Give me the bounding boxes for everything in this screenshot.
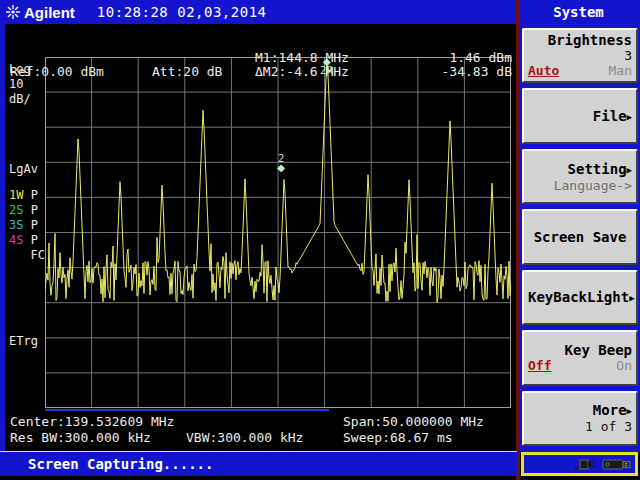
softkey-menu: Brightness 3 Auto Man File▶ Setting▶ Lan… [520,24,640,452]
res-bw-readout: Res BW:300.000 kHz [10,430,151,445]
softkey-screen-save[interactable]: Screen Save [522,209,638,264]
menu-title: System [553,4,604,20]
status-bar: Screen Capturing...... [0,451,517,476]
marker2-ampl-readout: -34.83 dB [375,64,512,79]
marker1-freq-readout: M1:144.8 MHz [255,50,349,65]
center-freq-readout: Center:139.532609 MHz [10,414,174,429]
trace3-label: 3S [9,218,23,232]
display-area: ◆ 2R2 ◆ M1:144.8 MHz 1.46 dBm Ref:0.00 d… [5,24,516,452]
trace4-mode [23,233,30,247]
softkey-brightness[interactable]: Brightness 3 Auto Man [522,28,638,83]
trace3-mode [23,218,30,232]
submenu-arrow-icon: ▶ [627,112,632,122]
power-plug-icon [573,457,599,472]
softkey-label: Brightness [528,32,632,48]
trace3-mode-letter: P [31,218,38,232]
toggle-on: On [616,358,632,374]
toggle-auto-selected: Auto [528,63,559,79]
scale-per-div-value: 10 [9,77,23,91]
key-beep-toggle: Off On [528,358,632,374]
datetime-label: 10:28:28 02,03,2014 [97,4,267,20]
attenuation-label: Att:20 dB [152,64,222,79]
softkey-label: Key Beep [528,342,632,358]
spectrum-plot [45,57,511,408]
trace3-status: 3S P [9,218,38,232]
brightness-toggle: Auto Man [528,63,632,79]
usb-drive-icon [602,457,632,472]
indicator-box [521,452,638,476]
sweep-progress-bar [45,409,329,411]
log-average-label: LgAv [9,162,38,176]
trace2-status: 2S P [9,203,38,217]
more-label: More [593,402,627,418]
toggle-off-selected: Off [528,358,551,374]
title-bar-left: Agilent 10:28:28 02,03,2014 [0,0,517,24]
softkey-key-beep[interactable]: Key Beep Off On [522,330,638,385]
softkey-label: Screen Save [528,229,632,245]
status-message: Screen Capturing...... [28,456,213,472]
sweep-time-readout: Sweep:68.67 ms [343,430,453,445]
setting-label: Setting [568,161,627,177]
softkey-label: File▶ [528,108,632,125]
free-run-coupling-label: FC [9,248,45,262]
softkey-label: Setting▶ [528,161,632,178]
analyzer-screen: Agilent 10:28:28 02,03,2014 System ◆ 2R2… [0,0,640,480]
trace1-label: 1W [9,188,23,202]
trace2-mode [23,203,30,217]
keybacklight-label: KeyBackLight [528,289,629,305]
video-bw-readout: VBW:300.000 kHz [186,430,303,445]
language-sublabel: Language-> [528,178,632,193]
trace1-mode [23,188,30,202]
trace4-label: 4S [9,233,23,247]
softkey-label: More▶ [528,402,632,419]
softkey-more[interactable]: More▶ 1 of 3 [522,391,638,446]
trace1-status: 1W P [9,188,38,202]
trace4-status: 4S P [9,233,38,247]
external-trigger-label: ETrg [9,334,38,348]
page-indicator: 1 of 3 [528,419,632,434]
title-bar: Agilent 10:28:28 02,03,2014 System [0,0,640,24]
toggle-man: Man [609,63,632,79]
submenu-arrow-icon: ▶ [627,406,632,416]
softkey-file[interactable]: File▶ [522,88,638,143]
file-label: File [593,108,627,124]
trace2-label: 2S [9,203,23,217]
marker-2-delta: 2 ◆ [277,154,285,172]
logo-text: Agilent [24,4,75,21]
softkey-setting[interactable]: Setting▶ Language-> [522,149,638,204]
log-scale-label: Log [9,62,31,76]
agilent-starburst-icon [5,4,21,20]
trace4-mode-letter: P [31,233,38,247]
agilent-logo: Agilent [5,4,75,21]
span-readout: Span:50.000000 MHz [343,414,484,429]
marker2-freq-readout: ΔM2:-4.6 MHz [255,64,349,79]
menu-header: System [517,0,640,24]
marker1-ampl-readout: 1.46 dBm [375,50,512,65]
softkey-label: KeyBackLight▶ [528,289,632,306]
submenu-arrow-icon: ▶ [629,293,634,303]
trace2-mode-letter: P [31,203,38,217]
softkey-key-backlight[interactable]: KeyBackLight▶ [522,270,638,325]
scale-unit-label: dB/ [9,92,31,106]
brightness-value: 3 [528,48,632,63]
trace1-mode-letter: P [31,188,38,202]
submenu-arrow-icon: ▶ [627,165,632,175]
